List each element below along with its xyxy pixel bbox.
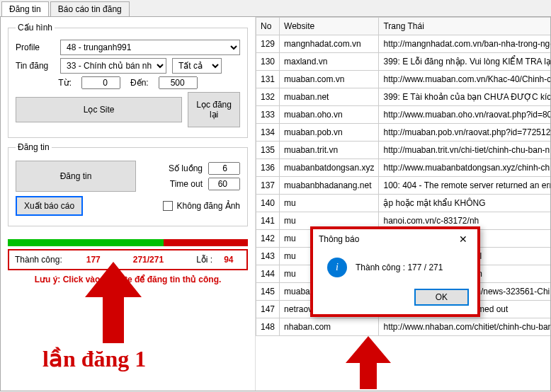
cell-website: muaban.pob.vn — [280, 124, 379, 142]
cell-no: 140 — [256, 195, 280, 212]
profile-select[interactable]: 48 - trunganh991 — [60, 40, 240, 55]
tu-label: Từ: — [58, 78, 72, 88]
khong-dang-anh-label: Không đăng Ảnh — [177, 201, 240, 211]
thanhcong-label: Thành công: — [15, 255, 62, 265]
cell-status: http://www.muaban.oho.vn/raovat.php?id=8… — [379, 106, 550, 124]
arrow-annotation-right — [340, 336, 397, 389]
cell-no: 143 — [256, 248, 280, 265]
table-row[interactable]: 137muabanbhadanang.net100: 404 - The rem… — [256, 177, 551, 195]
loi-label: Lỗi : — [196, 255, 212, 265]
dangtin-button[interactable]: Đăng tin — [16, 161, 136, 192]
cell-website: mangnhadat.com.vn — [280, 35, 379, 53]
cell-no: 130 — [256, 53, 280, 71]
cell-no: 132 — [256, 88, 280, 106]
timeout-input[interactable] — [208, 178, 240, 190]
tab-dangtin[interactable]: Đăng tin — [1, 1, 49, 16]
cell-no: 144 — [256, 265, 280, 283]
table-row[interactable]: 148nhaban.comhttp://www.nhaban.com/chiti… — [256, 318, 551, 336]
khong-dang-anh-checkbox[interactable] — [163, 201, 173, 211]
thongbao-dialog: Thông báo ✕ i Thành công : 177 / 271 OK — [310, 226, 480, 317]
cell-status: 399: E Lỗi đăng nhập. Vui lòng KIỂM TRA … — [379, 53, 550, 71]
dangtin-legend: Đăng tin — [16, 142, 52, 152]
timeout-label: Time out — [170, 179, 203, 189]
cell-website: muaban.oho.vn — [280, 106, 379, 124]
tindang-select[interactable]: 33 - Chính chủ bán nhà — [60, 58, 166, 74]
cell-status: 100: 404 - The remote server returned an… — [379, 177, 550, 195]
cell-no: 134 — [256, 124, 280, 142]
cell-no: 141 — [256, 212, 280, 230]
cauhinh-group: Cấu hình Profile 48 - trunganh991 Tin đă… — [8, 23, 248, 138]
svg-marker-0 — [85, 262, 142, 343]
cell-no: 148 — [256, 318, 280, 336]
cell-status: ập hoặc mật khẩu KHÔNG — [379, 195, 550, 212]
xuat-baocao-button[interactable]: Xuất báo cáo — [16, 196, 83, 216]
soluong-label: Số luồng — [169, 163, 203, 173]
table-row[interactable]: 136muabanbatdongsan.xyzhttp://www.muaban… — [256, 159, 551, 177]
dialog-title: Thông báo — [319, 234, 359, 244]
cell-website: muaban.net — [280, 88, 379, 106]
cell-website: muaban.com.vn — [280, 71, 379, 88]
dangtin-group: Đăng tin Đăng tin Số luồng Time out Xuất… — [8, 142, 248, 226]
den-input[interactable] — [159, 76, 198, 89]
cell-status: http://muaban.trit.vn/chi-tiet/chinh-chu… — [379, 142, 550, 159]
tu-input[interactable] — [81, 76, 120, 89]
cell-website: maxland.vn — [280, 53, 379, 71]
filter-select[interactable]: Tất cả — [172, 58, 222, 74]
col-status[interactable]: Trang Thái — [379, 18, 550, 35]
loc-site-button[interactable]: Lọc Site — [16, 97, 182, 122]
cell-no: 137 — [256, 177, 280, 195]
cell-website: muabanbhadanang.net — [280, 177, 379, 195]
loc-dang-lai-button[interactable]: Lọc đăng lại — [188, 92, 240, 127]
cell-status: http://www.muaban.com.vn/Khac-40/Chinh-c… — [379, 71, 550, 88]
cell-status: http://muaban.pob.vn/raovat.php?id=77251… — [379, 124, 550, 142]
cell-status: http://www.nhaban.com/chitiet/chinh-chu-… — [379, 318, 550, 336]
cell-no: 131 — [256, 71, 280, 88]
cell-no: 147 — [256, 301, 280, 318]
cell-status: 399: E Tài khoản của bạn CHƯA ĐƯỢC kích … — [379, 88, 550, 106]
cell-website: muaban.trit.vn — [280, 142, 379, 159]
cell-status: http://mangnhadat.com.vn/ban-nha-trong-n… — [379, 35, 550, 53]
cell-status: http://www.muabanbatdongsan.xyz/chinh-ch… — [379, 159, 550, 177]
cell-website: muabanbatdongsan.xyz — [280, 159, 379, 177]
cell-no: 136 — [256, 159, 280, 177]
table-row[interactable]: 132muaban.net399: E Tài khoản của bạn CH… — [256, 88, 551, 106]
progress-bar — [8, 239, 248, 246]
col-website[interactable]: Website — [280, 18, 379, 35]
table-row[interactable]: 131muaban.com.vnhttp://www.muaban.com.vn… — [256, 71, 551, 88]
cell-website: nhaban.com — [280, 318, 379, 336]
svg-marker-1 — [346, 336, 391, 389]
cauhinh-legend: Cấu hình — [16, 23, 55, 33]
table-row[interactable]: 129mangnhadat.com.vnhttp://mangnhadat.co… — [256, 35, 551, 53]
cell-website: mu — [280, 195, 379, 212]
table-row[interactable]: 140muập hoặc mật khẩu KHÔNG — [256, 195, 551, 212]
den-label: Đến: — [130, 78, 149, 88]
cell-no: 142 — [256, 230, 280, 248]
arrow-annotation-left — [78, 262, 149, 347]
cell-no: 135 — [256, 142, 280, 159]
tab-baocao[interactable]: Báo cáo tin đăng — [50, 1, 130, 16]
dialog-message: Thành công : 177 / 271 — [356, 263, 443, 272]
profile-label: Profile — [16, 42, 55, 52]
loi-value: 94 — [224, 255, 233, 265]
table-row[interactable]: 135muaban.trit.vnhttp://muaban.trit.vn/c… — [256, 142, 551, 159]
ok-button[interactable]: OK — [414, 289, 469, 306]
cell-no: 133 — [256, 106, 280, 124]
tindang-label: Tin đăng — [16, 61, 55, 71]
annotation-text: lần đăng 1 — [42, 345, 146, 372]
table-row[interactable]: 134muaban.pob.vnhttp://muaban.pob.vn/rao… — [256, 124, 551, 142]
cell-no: 145 — [256, 283, 280, 301]
cell-no: 129 — [256, 35, 280, 53]
table-row[interactable]: 133muaban.oho.vnhttp://www.muaban.oho.vn… — [256, 106, 551, 124]
col-no[interactable]: No — [256, 18, 280, 35]
close-icon[interactable]: ✕ — [455, 234, 472, 245]
table-row[interactable]: 130maxland.vn399: E Lỗi đăng nhập. Vui l… — [256, 53, 551, 71]
info-icon: i — [327, 258, 347, 277]
soluong-input[interactable] — [208, 162, 240, 175]
